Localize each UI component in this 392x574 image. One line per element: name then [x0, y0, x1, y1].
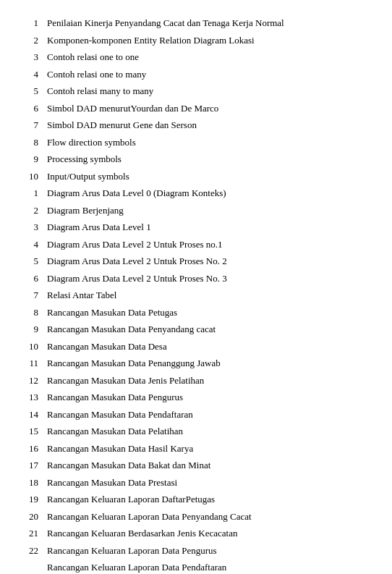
list-item: 3Diagram Arus Data Level 1: [22, 219, 370, 236]
item-number: 18: [22, 476, 47, 490]
list-item: 10Rancangan Masukan Data Desa: [22, 338, 370, 355]
list-item: 9Rancangan Masukan Data Penyandang cacat: [22, 321, 370, 338]
list-item: 7Relasi Antar Tabel: [22, 287, 370, 304]
item-text: Flow direction symbols: [47, 135, 370, 150]
item-text: Rancangan Masukan Data Penanggung Jawab: [47, 356, 370, 371]
item-text: Contoh relasi many to many: [47, 84, 370, 98]
item-text: Komponen-komponen Entity Relation Diagra…: [47, 33, 370, 48]
list-item: 14Rancangan Masukan Data Pendaftaran: [22, 406, 370, 423]
item-number: 1: [22, 16, 47, 30]
item-text: Rancangan Masukan Data Pelatihan: [47, 424, 370, 439]
item-number: 3: [22, 50, 47, 64]
list-item: 20Rancangan Keluaran Laporan Data Penyan…: [22, 508, 370, 526]
item-number: 6: [22, 271, 47, 286]
item-number: 10: [22, 169, 47, 184]
item-number: 16: [22, 442, 47, 456]
list-item: 12Rancangan Masukan Data Jenis Pelatihan: [22, 372, 370, 389]
item-text: Diagram Arus Data Level 0 (Diagram Konte…: [47, 186, 370, 201]
list-item: 21Rancangan Keluaran Berdasarkan Jenis K…: [22, 525, 370, 542]
item-text: Rancangan Masukan Data Bakat dan Minat: [47, 458, 370, 473]
item-number: 9: [22, 322, 47, 337]
item-number: 4: [22, 67, 47, 82]
item-text: Rancangan Keluaran Berdasarkan Jenis Kec…: [47, 526, 370, 541]
item-number: 3: [22, 220, 47, 235]
list-item: 22Rancangan Keluaran Laporan Data Pengur…: [22, 542, 370, 560]
item-number: 6: [22, 101, 47, 116]
list-item: 13Rancangan Masukan Data Pengurus: [22, 389, 370, 406]
item-text: Rancangan Masukan Data Hasil Karya: [47, 442, 370, 456]
item-number: 7: [22, 118, 47, 132]
list-item: 17Rancangan Masukan Data Bakat dan Minat: [22, 457, 370, 474]
list-item: 6Diagram Arus Data Level 2 Untuk Proses …: [22, 270, 370, 287]
item-text: Relasi Antar Tabel: [47, 288, 370, 303]
item-text: Contoh relasi one to many: [47, 67, 370, 82]
item-text: Rancangan Keluaran Laporan Data Penyanda…: [47, 510, 370, 524]
main-list: 1Penilaian Kinerja Penyandang Cacat dan …: [22, 14, 370, 574]
item-number: 1: [22, 186, 47, 201]
list-item: 11Rancangan Masukan Data Penanggung Jawa…: [22, 355, 370, 372]
item-number: 17: [22, 458, 47, 473]
list-item: 3Contoh relasi one to one: [22, 48, 370, 66]
list-item: 2Diagram Berjenjang: [22, 202, 370, 219]
item-text: Rancangan Masukan Data Petugas: [47, 305, 370, 320]
item-text: Rancangan Keluaran Laporan DaftarPetugas: [47, 492, 370, 507]
list-item: 16Rancangan Masukan Data Hasil Karya: [22, 440, 370, 457]
item-number: 11: [22, 356, 47, 371]
item-text: Contoh relasi one to one: [47, 50, 370, 64]
list-item: Rancangan Keluaran Laporan Data Pendafta…: [22, 559, 370, 574]
item-text: Processing symbols: [47, 152, 370, 166]
item-text: Rancangan Masukan Data Jenis Pelatihan: [47, 373, 370, 388]
item-number: 14: [22, 408, 47, 422]
list-item: 4Diagram Arus Data Level 2 Untuk Proses …: [22, 236, 370, 253]
list-item: 1Diagram Arus Data Level 0 (Diagram Kont…: [22, 185, 370, 202]
item-text: Rancangan Keluaran Laporan Data Pendafta…: [47, 560, 370, 574]
item-number: 19: [22, 492, 47, 507]
item-text: Diagram Berjenjang: [47, 203, 370, 218]
item-number: 7: [22, 288, 47, 303]
item-text: Diagram Arus Data Level 2 Untuk Proses N…: [47, 271, 370, 286]
item-number: 15: [22, 424, 47, 439]
item-text: Diagram Arus Data Level 2 Untuk Proses n…: [47, 237, 370, 252]
list-item: 15Rancangan Masukan Data Pelatihan: [22, 423, 370, 440]
item-number: 8: [22, 305, 47, 320]
list-item: 1Penilaian Kinerja Penyandang Cacat dan …: [22, 14, 370, 32]
list-item: 18Rancangan Masukan Data Prestasi: [22, 474, 370, 491]
item-text: Rancangan Masukan Data Penyandang cacat: [47, 322, 370, 337]
item-number: 5: [22, 254, 47, 269]
item-number: 9: [22, 152, 47, 166]
item-number: 2: [22, 33, 47, 48]
item-number: 8: [22, 135, 47, 150]
item-text: Simbol DAD menurut Gene dan Serson: [47, 118, 370, 132]
item-text: Input/Output symbols: [47, 169, 370, 184]
item-number: 2: [22, 203, 47, 218]
list-item: 6Simbol DAD menurutYourdan dan De Marco: [22, 100, 370, 117]
item-text: Rancangan Masukan Data Desa: [47, 339, 370, 354]
list-item: 9Processing symbols: [22, 151, 370, 168]
item-number: 5: [22, 84, 47, 98]
list-item: 2Komponen-komponen Entity Relation Diagr…: [22, 32, 370, 49]
item-number: 21: [22, 526, 47, 541]
list-item: 5Diagram Arus Data Level 2 Untuk Proses …: [22, 253, 370, 270]
item-number: 13: [22, 390, 47, 405]
item-text: Diagram Arus Data Level 1: [47, 220, 370, 235]
item-number: 4: [22, 237, 47, 252]
item-text: Rancangan Masukan Data Pengurus: [47, 390, 370, 405]
list-item: 10Input/Output symbols: [22, 168, 370, 185]
item-number: 20: [22, 510, 47, 524]
item-number: 22: [22, 544, 47, 558]
list-item: 7Simbol DAD menurut Gene dan Serson: [22, 117, 370, 134]
item-text: Rancangan Keluaran Laporan Data Pengurus: [47, 544, 370, 558]
list-item: 8Flow direction symbols: [22, 134, 370, 151]
list-item: 8Rancangan Masukan Data Petugas: [22, 304, 370, 321]
item-text: Penilaian Kinerja Penyandang Cacat dan T…: [47, 16, 370, 30]
item-text: Rancangan Masukan Data Prestasi: [47, 476, 370, 490]
list-item: 5Contoh relasi many to many: [22, 83, 370, 100]
item-number: 12: [22, 373, 47, 388]
list-item: 19Rancangan Keluaran Laporan DaftarPetug…: [22, 491, 370, 508]
item-text: Rancangan Masukan Data Pendaftaran: [47, 408, 370, 422]
item-number: 10: [22, 339, 47, 354]
list-item: 4Contoh relasi one to many: [22, 66, 370, 83]
item-text: Simbol DAD menurutYourdan dan De Marco: [47, 101, 370, 116]
item-text: Diagram Arus Data Level 2 Untuk Proses N…: [47, 254, 370, 269]
